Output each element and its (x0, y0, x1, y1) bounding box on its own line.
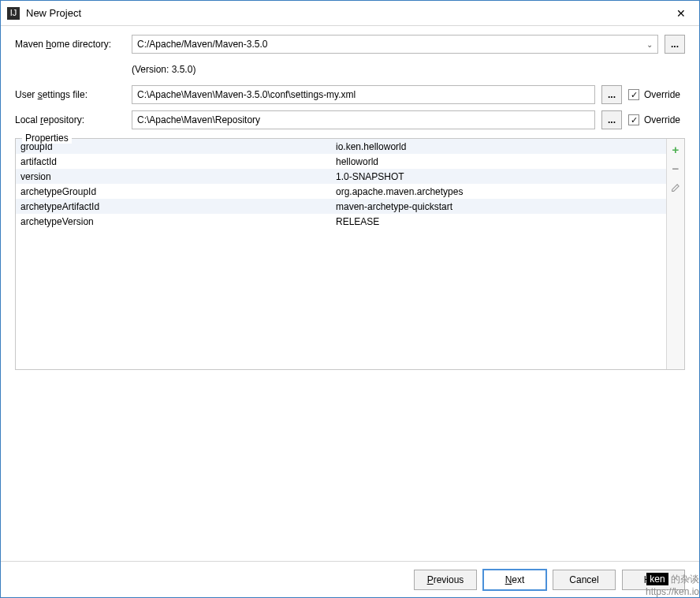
property-key: artifactId (20, 156, 336, 167)
dialog-footer: Previous Next Cancel Help ken 的杂谈 https:… (1, 561, 699, 597)
override-label: Override (644, 89, 680, 100)
property-value: helloworld (336, 156, 661, 167)
checkbox-checked-icon: ✓ (628, 89, 639, 100)
property-value: maven-archetype-quickstart (336, 201, 661, 212)
local-repo-browse-button[interactable]: ... (601, 110, 622, 129)
override-repo-checkbox[interactable]: ✓ Override (628, 114, 685, 125)
property-value: io.ken.helloworld (336, 141, 661, 152)
property-row[interactable]: archetypeGroupIdorg.apache.maven.archety… (16, 184, 666, 199)
maven-home-combo[interactable]: C:/Apache/Maven/Maven-3.5.0 ⌄ (132, 35, 658, 54)
app-icon: IJ (7, 7, 20, 20)
dialog-window: IJ New Project ✕ Maven home directory: C… (0, 0, 700, 598)
user-settings-input[interactable]: C:\Apache\Maven\Maven-3.5.0\conf\setting… (132, 85, 595, 104)
override-label: Override (644, 114, 680, 125)
property-value: RELEASE (336, 216, 661, 227)
property-value: org.apache.maven.archetypes (336, 186, 661, 197)
help-button[interactable]: Help (622, 570, 685, 590)
window-title: New Project (26, 7, 81, 19)
add-icon[interactable]: + (668, 142, 683, 156)
maven-home-value: C:/Apache/Maven/Maven-3.5.0 (137, 39, 267, 50)
checkbox-checked-icon: ✓ (628, 114, 639, 125)
label-local-repo: Local repository: (15, 114, 125, 125)
local-repo-value: C:\Apache\Maven\Repository (137, 114, 260, 125)
properties-legend: Properties (22, 133, 72, 144)
properties-toolbar: + − (667, 139, 684, 369)
properties-table[interactable]: groupIdio.ken.helloworldartifactIdhellow… (16, 139, 667, 369)
property-row[interactable]: groupIdio.ken.helloworld (16, 139, 666, 154)
cancel-button[interactable]: Cancel (553, 570, 616, 590)
property-key: version (20, 171, 336, 182)
row-maven-home: Maven home directory: C:/Apache/Maven/Ma… (15, 34, 685, 54)
property-key: archetypeArtifactId (20, 201, 336, 212)
override-settings-checkbox[interactable]: ✓ Override (628, 89, 685, 100)
properties-fieldset: Properties groupIdio.ken.helloworldartif… (15, 138, 685, 370)
maven-version-text: (Version: 3.5.0) (132, 64, 195, 75)
property-key: archetypeGroupId (20, 186, 336, 197)
local-repo-input[interactable]: C:\Apache\Maven\Repository (132, 110, 595, 129)
label-user-settings: User settings file: (15, 89, 125, 100)
row-maven-version: (Version: 3.5.0) (15, 59, 685, 80)
dialog-content: Maven home directory: C:/Apache/Maven/Ma… (1, 26, 699, 561)
remove-icon[interactable]: − (668, 161, 683, 175)
edit-icon[interactable] (668, 180, 683, 194)
property-key: archetypeVersion (20, 216, 336, 227)
property-row[interactable]: archetypeVersionRELEASE (16, 214, 666, 229)
row-local-repo: Local repository: C:\Apache\Maven\Reposi… (15, 110, 685, 130)
row-user-settings: User settings file: C:\Apache\Maven\Mave… (15, 84, 685, 105)
next-button[interactable]: Next (483, 570, 546, 590)
titlebar: IJ New Project ✕ (1, 1, 699, 26)
previous-button[interactable]: Previous (414, 570, 477, 590)
user-settings-value: C:\Apache\Maven\Maven-3.5.0\conf\setting… (137, 89, 356, 100)
property-row[interactable]: artifactIdhelloworld (16, 154, 666, 169)
close-button[interactable]: ✕ (663, 1, 699, 26)
maven-home-browse-button[interactable]: ... (665, 35, 685, 54)
property-value: 1.0-SNAPSHOT (336, 171, 661, 182)
chevron-down-icon: ⌄ (646, 40, 653, 49)
user-settings-browse-button[interactable]: ... (601, 85, 622, 104)
property-row[interactable]: archetypeArtifactIdmaven-archetype-quick… (16, 199, 666, 214)
label-maven-home: Maven home directory: (15, 39, 125, 50)
property-row[interactable]: version1.0-SNAPSHOT (16, 169, 666, 184)
